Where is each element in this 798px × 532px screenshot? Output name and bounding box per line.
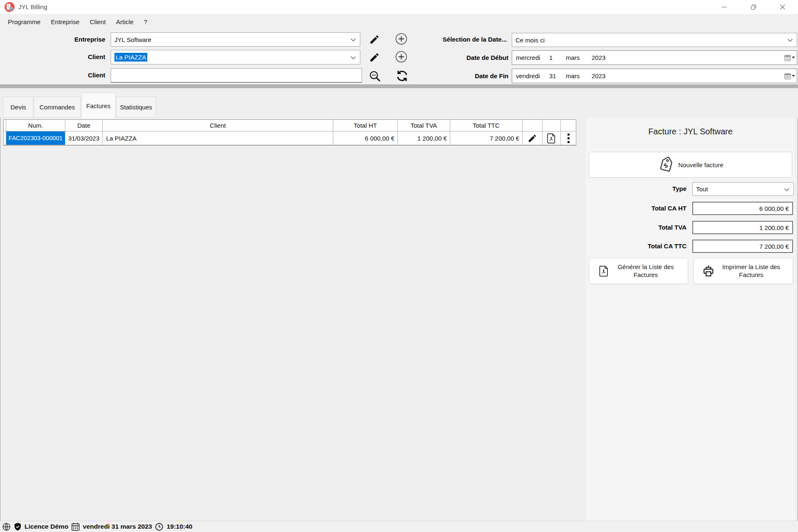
- plus-circle-icon: [395, 51, 407, 63]
- tab-devis[interactable]: Devis: [3, 97, 33, 118]
- entreprise-combobox[interactable]: JYL Software: [111, 32, 360, 47]
- menu-article[interactable]: Article: [116, 18, 134, 25]
- date-end-weekday: vendredi: [516, 72, 549, 79]
- total-ca-ht-field[interactable]: 6 000,00 €: [692, 202, 793, 215]
- entreprise-value: JYL Software: [114, 36, 151, 43]
- total-ca-ttc-label: Total CA TTC: [586, 242, 686, 250]
- plus-circle-icon: [395, 33, 407, 45]
- total-tva-field[interactable]: 1 200,00 €: [692, 221, 793, 234]
- column-header-pdf: [543, 120, 561, 131]
- window-title: JYL Billing: [18, 3, 47, 10]
- date-start-picker[interactable]: mercredi 1 mars 2023: [512, 50, 797, 65]
- refresh-button[interactable]: [395, 69, 409, 82]
- dropdown-arrow-icon: [792, 57, 795, 59]
- toolbar-divider: [0, 84, 798, 88]
- invoice-date-cell[interactable]: 31/03/2023: [65, 131, 103, 145]
- entreprise-label: Entreprise: [42, 36, 105, 43]
- minimize-icon: [721, 4, 727, 10]
- generate-invoice-list-button[interactable]: Générer la Liste des Factures: [589, 258, 688, 284]
- new-invoice-label: Nouvelle facture: [678, 161, 723, 168]
- search-client-button[interactable]: [367, 69, 382, 83]
- calendar-icon: [784, 73, 791, 79]
- date-selection-combobox[interactable]: Ce mois ci: [512, 33, 797, 47]
- date-start-weekday: mercredi: [516, 54, 549, 61]
- client-value-selected: La PIAZZA: [114, 53, 147, 62]
- invoices-table: Num. Date Client Total HT Total TVA Tota…: [3, 119, 576, 146]
- date-start-day: 1: [549, 54, 566, 61]
- column-header-total-tva[interactable]: Total TVA: [398, 120, 450, 131]
- type-value: Tout: [696, 186, 708, 193]
- date-end-month: mars: [566, 72, 592, 79]
- calendar-icon: [784, 54, 791, 61]
- tab-statistiques[interactable]: Statistiques: [116, 97, 156, 118]
- column-header-total-ttc[interactable]: Total TTC: [450, 120, 523, 131]
- status-time: 19:10:40: [166, 523, 192, 530]
- tab-strip: Devis Commandes Factures Statistiques: [0, 88, 798, 118]
- pencil-icon: [369, 52, 380, 63]
- restore-button[interactable]: [741, 0, 766, 14]
- close-icon: [780, 4, 786, 10]
- type-combobox[interactable]: Tout: [692, 182, 794, 196]
- pdf-icon: [546, 133, 557, 144]
- column-header-date[interactable]: Date: [65, 120, 103, 131]
- close-button[interactable]: [771, 0, 795, 14]
- invoice-total-ht-cell[interactable]: 6 000,00 €: [333, 131, 398, 145]
- invoice-total-ttc-cell[interactable]: 7 200,00 €: [450, 131, 523, 145]
- menu-help[interactable]: ?: [144, 18, 147, 25]
- tab-commandes[interactable]: Commandes: [34, 97, 81, 118]
- tab-label: Factures: [86, 102, 110, 109]
- total-ca-ht-label: Total CA HT: [586, 205, 686, 212]
- calendar-icon: [71, 522, 80, 531]
- add-client-button[interactable]: [395, 51, 407, 63]
- client-search-label: Client: [42, 72, 105, 79]
- invoice-menu-button[interactable]: [561, 131, 576, 145]
- client-search-input[interactable]: [111, 68, 362, 83]
- chevron-down-icon: [787, 37, 793, 44]
- invoice-pdf-button[interactable]: [543, 131, 561, 145]
- kebab-menu-icon: [568, 134, 570, 143]
- edit-invoice-button[interactable]: [523, 131, 543, 145]
- column-header-num[interactable]: Num.: [6, 120, 65, 131]
- column-header-client[interactable]: Client: [103, 120, 333, 131]
- add-entreprise-button[interactable]: [395, 33, 407, 45]
- total-ca-ttc-field[interactable]: 7 200,00 €: [692, 240, 793, 253]
- invoice-detail-panel: Facture : JYL Software $ Nouvelle factur…: [586, 118, 795, 521]
- tab-factures[interactable]: Factures: [81, 93, 116, 118]
- column-header-total-ht[interactable]: Total HT: [333, 120, 398, 131]
- menu-programme[interactable]: Programme: [8, 18, 40, 25]
- new-invoice-button[interactable]: $ Nouvelle facture: [589, 152, 792, 178]
- type-label: Type: [586, 185, 686, 192]
- date-end-picker[interactable]: vendredi 31 mars 2023: [512, 69, 797, 83]
- tab-label: Commandes: [40, 104, 75, 111]
- column-header-menu: [561, 120, 576, 131]
- tab-label: Devis: [10, 104, 26, 111]
- client-combobox[interactable]: La PIAZZA: [111, 50, 360, 64]
- chevron-down-icon: [784, 186, 790, 193]
- edit-client-button[interactable]: [368, 51, 381, 64]
- minimize-button[interactable]: [712, 0, 736, 14]
- menu-bar: Programme Entreprise Client Article ?: [0, 15, 798, 28]
- pencil-icon: [528, 134, 537, 143]
- menu-entreprise[interactable]: Entreprise: [51, 18, 79, 25]
- client-label: Client: [42, 53, 105, 60]
- printer-icon: [703, 265, 715, 277]
- invoice-total-tva-cell[interactable]: 1 200,00 €: [398, 131, 450, 145]
- date-selection-value: Ce mois ci: [515, 37, 545, 44]
- svg-text:$: $: [662, 161, 669, 169]
- globe-icon: [2, 522, 11, 531]
- date-start-year: 2023: [592, 54, 621, 61]
- print-list-label: Imprimer la Liste des Factures: [719, 263, 784, 279]
- invoice-number-cell[interactable]: FAC202303-000001: [6, 131, 65, 145]
- app-icon: [5, 2, 15, 12]
- tab-label: Statistiques: [120, 104, 152, 111]
- shield-check-icon: [14, 522, 22, 531]
- invoice-client-cell[interactable]: La PIAZZA: [103, 131, 333, 145]
- date-start-label: Date de Début: [416, 54, 508, 61]
- print-invoice-list-button[interactable]: Imprimer la Liste des Factures: [694, 258, 793, 284]
- refresh-icon: [396, 70, 408, 82]
- edit-entreprise-button[interactable]: [368, 33, 381, 46]
- menu-client[interactable]: Client: [90, 18, 106, 25]
- total-tva-label: Total TVA: [586, 224, 686, 231]
- search-icon: [368, 69, 381, 82]
- price-tag-icon: $: [657, 157, 675, 173]
